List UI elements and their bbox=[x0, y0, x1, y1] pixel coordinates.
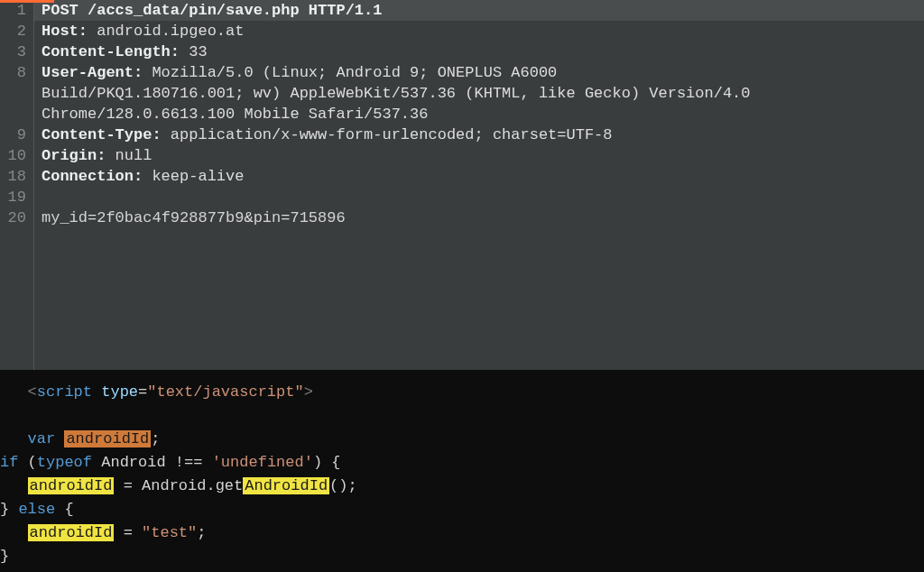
header-host: Host: android.ipgeo.at bbox=[42, 21, 924, 42]
androidId-highlight: AndroidId bbox=[243, 477, 329, 494]
header-content-type: Content-Type: application/x-www-form-url… bbox=[42, 125, 924, 145]
blank-line bbox=[0, 404, 924, 428]
blank-line bbox=[42, 187, 924, 208]
var-declaration: var androidId; bbox=[0, 428, 924, 451]
line-number-gutter: 1 2 3 8 9 10 18 19 20 bbox=[0, 0, 34, 370]
header-origin: Origin: null bbox=[42, 145, 924, 166]
header-user-agent-cont: Chrome/128.0.6613.100 Mobile Safari/537.… bbox=[42, 104, 924, 125]
androidId-assign2: androidId = "test"; bbox=[0, 521, 924, 545]
line-number: 2 bbox=[0, 21, 26, 42]
header-content-length: Content-Length: 33 bbox=[42, 42, 924, 62]
header-connection: Connection: keep-alive bbox=[42, 166, 924, 187]
else-statement: } else { bbox=[0, 498, 924, 521]
line-number: 18 bbox=[0, 166, 26, 187]
androidId-highlight: androidId bbox=[64, 430, 151, 447]
androidId-highlight: androidId bbox=[28, 524, 115, 541]
http-request-pane: 1 2 3 8 9 10 18 19 20 POST /accs_data/pi… bbox=[0, 0, 924, 370]
line-number: 19 bbox=[0, 187, 26, 208]
http-request-body[interactable]: POST /accs_data/pin/save.php HTTP/1.1 Ho… bbox=[34, 0, 924, 370]
header-user-agent: User-Agent: Mozilla/5.0 (Linux; Android … bbox=[42, 62, 924, 83]
close-brace: } bbox=[0, 545, 924, 568]
header-user-agent-cont: Build/PKQ1.180716.001; wv) AppleWebKit/5… bbox=[42, 83, 924, 104]
line-number bbox=[0, 83, 26, 104]
line-number: 20 bbox=[0, 208, 26, 228]
line-number: 1 bbox=[0, 0, 26, 21]
line-number: 10 bbox=[0, 145, 26, 166]
request-body: my_id=2f0bac4f928877b9&pin=715896 bbox=[42, 208, 924, 228]
if-statement: if (typeof Android !== 'undefined') { bbox=[0, 451, 924, 475]
script-open-tag: <script type="text/javascript"> bbox=[0, 381, 924, 404]
javascript-snippet-pane: <script type="text/javascript"> var andr… bbox=[0, 370, 924, 572]
line-number: 8 bbox=[0, 62, 26, 83]
line-number: 3 bbox=[0, 42, 26, 62]
androidId-assign: androidId = Android.getAndroidId(); bbox=[0, 475, 924, 498]
request-line: POST /accs_data/pin/save.php HTTP/1.1 bbox=[34, 0, 924, 21]
line-number: 9 bbox=[0, 125, 26, 145]
tab-accent bbox=[0, 0, 54, 3]
line-number bbox=[0, 104, 26, 125]
androidId-highlight: androidId bbox=[28, 477, 115, 494]
